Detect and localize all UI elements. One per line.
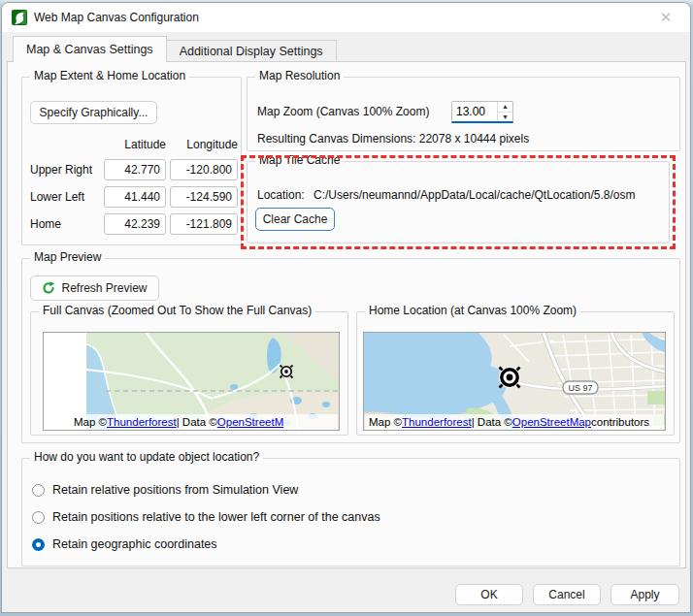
refresh-preview-label: Refresh Preview xyxy=(61,281,147,295)
latitude-column-header: Latitude xyxy=(104,138,166,151)
web-map-canvas-configuration-dialog: Web Map Canvas Configuration ✕ Map & Can… xyxy=(1,2,691,613)
lower-left-label: Lower Left xyxy=(30,190,84,204)
tab-page: Map Extent & Home Location Specify Graph… xyxy=(7,61,686,568)
specify-graphically-button[interactable]: Specify Graphically... xyxy=(30,101,157,124)
group-title: Map Resolution xyxy=(255,69,344,82)
tab-additional-display-settings[interactable]: Additional Display Settings xyxy=(167,40,337,62)
group-title: Map Extent & Home Location xyxy=(30,69,189,82)
upper-right-longitude-field[interactable] xyxy=(170,159,238,180)
openstreetmap-link[interactable]: OpenStreetMap xyxy=(512,416,591,428)
radio-icon[interactable] xyxy=(32,484,45,497)
attribution-text: | Data © xyxy=(472,416,512,428)
tab-bar: Map & Canvas Settings Additional Display… xyxy=(13,36,337,62)
spin-down-icon[interactable]: ▼ xyxy=(498,113,512,122)
us97-shield: US 97 xyxy=(563,381,598,394)
close-icon[interactable]: ✕ xyxy=(649,3,682,32)
group-map-preview: Map Preview Refresh Preview Full Canvas … xyxy=(21,258,680,443)
home-marker-icon xyxy=(280,366,293,378)
radio-retain-relative-simulation-view[interactable]: Retain relative positions from Simulatio… xyxy=(32,480,298,500)
home-marker-icon xyxy=(499,367,520,388)
openstreetmap-link[interactable]: OpenStreetM xyxy=(217,416,283,428)
app-icon xyxy=(12,10,27,25)
map-zoom-spinbox: ▲ ▼ xyxy=(451,101,513,123)
lower-left-longitude-field[interactable] xyxy=(170,186,238,208)
cancel-button[interactable]: Cancel xyxy=(533,584,601,605)
cache-location-path: C:/Users/neumannd/AppData/Local/cache/Qt… xyxy=(314,188,636,202)
ok-button[interactable]: OK xyxy=(455,584,523,605)
map-attribution: Map © Thunderforest | Data © OpenStreetM… xyxy=(365,414,664,430)
thunderforest-link[interactable]: Thunderforest xyxy=(402,416,472,428)
map-zoom-input[interactable] xyxy=(452,102,497,121)
tab-map-canvas-settings[interactable]: Map & Canvas Settings xyxy=(13,36,167,62)
group-map-tile-cache: Map Tile Cache Location: C:/Users/neuman… xyxy=(247,161,670,243)
lower-left-latitude-field[interactable] xyxy=(104,186,166,208)
clear-cache-button[interactable]: Clear Cache xyxy=(255,208,335,231)
home-location-map-frame: US 97 Map xyxy=(363,332,666,431)
longitude-column-header: Longitude xyxy=(170,138,238,151)
radio-label: Retain relative positions from Simulatio… xyxy=(52,483,298,497)
canvas-dimensions-text: Resulting Canvas Dimensions: 22078 x 104… xyxy=(257,132,529,146)
window-title: Web Map Canvas Configuration xyxy=(34,11,199,24)
radio-label: Retain positions relative to the lower l… xyxy=(52,510,380,524)
spin-up-icon[interactable]: ▲ xyxy=(498,102,512,113)
group-title: Home Location (at Canvas 100% Zoom) xyxy=(365,304,580,317)
radio-icon[interactable] xyxy=(32,538,45,551)
refresh-icon xyxy=(42,281,55,295)
map-zoom-label: Map Zoom (Canvas 100% Zoom) xyxy=(257,105,429,118)
svg-text:US 97: US 97 xyxy=(568,383,592,393)
spin-buttons: ▲ ▼ xyxy=(497,102,512,121)
attribution-text: Map © xyxy=(369,416,402,428)
group-update-object-location: How do you want to update object locatio… xyxy=(21,458,680,567)
radio-retain-geographic-coordinates[interactable]: Retain geographic coordinates xyxy=(32,535,217,554)
home-latitude-field[interactable] xyxy=(104,213,166,235)
home-label: Home xyxy=(30,217,61,231)
radio-label: Retain geographic coordinates xyxy=(52,537,217,551)
group-map-resolution: Map Resolution Map Zoom (Canvas 100% Zoo… xyxy=(247,77,680,151)
radio-icon[interactable] xyxy=(32,511,45,524)
group-home-location: Home Location (at Canvas 100% Zoom) xyxy=(356,311,675,436)
apply-button[interactable]: Apply xyxy=(610,584,679,605)
upper-right-label: Upper Right xyxy=(30,163,92,177)
map-attribution: Map © Thunderforest | Data © OpenStreetM xyxy=(45,414,338,430)
title-bar: Web Map Canvas Configuration ✕ xyxy=(2,3,690,32)
group-title: How do you want to update object locatio… xyxy=(30,450,263,464)
upper-right-latitude-field[interactable] xyxy=(104,159,166,180)
radio-retain-relative-lower-left[interactable]: Retain positions relative to the lower l… xyxy=(32,507,380,527)
group-title: Map Preview xyxy=(30,250,105,264)
attribution-text: contributors xyxy=(591,416,649,428)
thunderforest-link[interactable]: Thunderforest xyxy=(107,416,177,428)
group-title: Map Tile Cache xyxy=(255,153,344,167)
full-canvas-map-frame: Map © Thunderforest | Data © OpenStreetM xyxy=(43,332,340,431)
refresh-preview-button[interactable]: Refresh Preview xyxy=(30,276,159,301)
attribution-text: | Data © xyxy=(177,416,217,428)
attribution-text: Map © xyxy=(74,416,107,428)
home-longitude-field[interactable] xyxy=(170,213,238,235)
group-full-canvas: Full Canvas (Zoomed Out To Show the Full… xyxy=(30,311,348,436)
cache-location-label: Location: xyxy=(257,188,305,202)
group-title: Full Canvas (Zoomed Out To Show the Full… xyxy=(39,304,315,317)
group-map-extent: Map Extent & Home Location Specify Graph… xyxy=(21,77,242,245)
